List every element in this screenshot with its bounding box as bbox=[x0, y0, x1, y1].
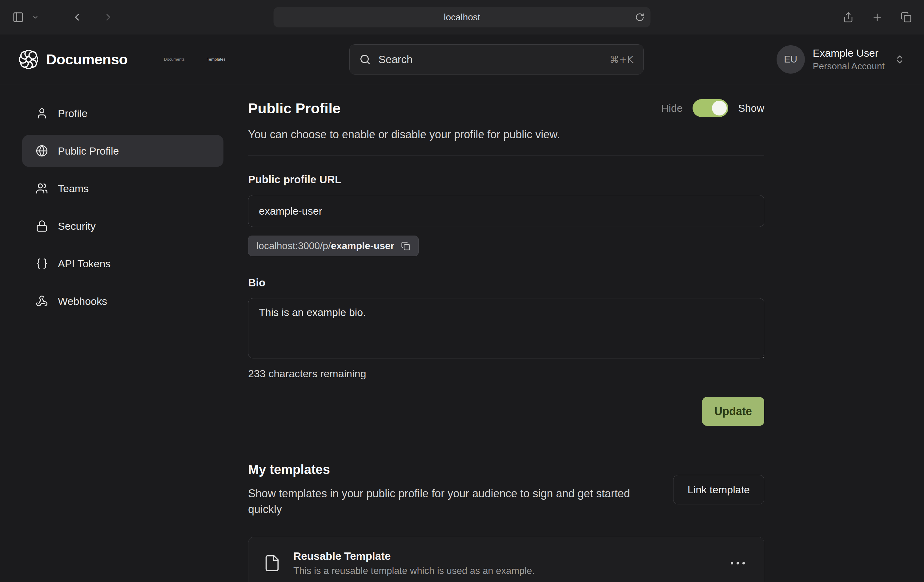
nav-templates[interactable]: Templates bbox=[207, 57, 226, 61]
browser-back-button[interactable] bbox=[69, 10, 84, 25]
divider bbox=[248, 155, 764, 155]
sidebar-item-label: Teams bbox=[58, 183, 89, 195]
sidebar-item-webhooks[interactable]: Webhooks bbox=[22, 285, 223, 317]
templates-header-text: My templates Show templates in your publ… bbox=[248, 462, 654, 517]
sidebar-item-public-profile[interactable]: Public Profile bbox=[22, 135, 223, 167]
url-field-label: Public profile URL bbox=[248, 174, 764, 186]
copy-icon bbox=[401, 241, 410, 251]
sidebar-item-label: API Tokens bbox=[58, 258, 111, 270]
ellipsis-icon bbox=[731, 562, 733, 564]
sidebar-item-api-tokens[interactable]: API Tokens bbox=[22, 248, 223, 279]
webhook-icon bbox=[36, 295, 48, 308]
browser-forward-button[interactable] bbox=[101, 10, 116, 25]
page-head: Public Profile Hide Show bbox=[248, 99, 764, 117]
lock-icon bbox=[36, 220, 48, 232]
pill-slug: example-user bbox=[331, 240, 394, 251]
plus-icon bbox=[872, 12, 883, 23]
reload-button[interactable] bbox=[635, 13, 645, 22]
share-icon bbox=[843, 12, 854, 23]
sidebar-item-label: Profile bbox=[58, 107, 87, 119]
tab-overview-button[interactable] bbox=[899, 10, 914, 25]
chevron-down-icon bbox=[32, 14, 39, 21]
copy-url-button[interactable] bbox=[401, 241, 410, 251]
profile-url-input[interactable] bbox=[248, 195, 764, 227]
brand-name: Documenso bbox=[46, 51, 128, 68]
browser-url-bar[interactable]: localhost bbox=[274, 7, 651, 27]
search-icon bbox=[360, 54, 371, 65]
profile-url-pill[interactable]: localhost:3000/p/example-user bbox=[248, 236, 419, 256]
sidebar-item-label: Webhooks bbox=[58, 295, 107, 308]
chevron-left-icon bbox=[71, 12, 82, 23]
sidebar-item-label: Public Profile bbox=[58, 145, 119, 157]
panel-left-icon bbox=[12, 12, 24, 23]
templates-title: My templates bbox=[248, 462, 654, 477]
avatar: EU bbox=[777, 45, 805, 74]
share-button[interactable] bbox=[841, 10, 856, 25]
chevrons-up-down-icon bbox=[894, 54, 905, 64]
update-row: Update bbox=[248, 397, 764, 426]
user-meta: Example User Personal Account bbox=[813, 47, 884, 71]
toggle-show-label: Show bbox=[738, 102, 764, 114]
users-icon bbox=[36, 182, 48, 195]
update-button[interactable]: Update bbox=[702, 397, 764, 426]
templates-description: Show templates in your public profile fo… bbox=[248, 486, 654, 517]
search-shortcut: ⌘+K bbox=[609, 54, 633, 65]
bio-textarea[interactable]: This is an example bio. bbox=[248, 298, 764, 359]
settings-sidebar: Profile Public Profile Teams Security AP… bbox=[0, 84, 248, 582]
page-title: Public Profile bbox=[248, 100, 340, 117]
user-name: Example User bbox=[813, 47, 884, 59]
templates-header: My templates Show templates in your publ… bbox=[248, 462, 764, 517]
template-card-text: Reusable Template This is a reusable tem… bbox=[293, 550, 535, 577]
toggle-knob bbox=[712, 101, 727, 116]
template-title: Reusable Template bbox=[293, 550, 535, 562]
sidebar-item-security[interactable]: Security bbox=[22, 210, 223, 242]
sidebar-menu-button[interactable] bbox=[30, 12, 41, 23]
braces-icon bbox=[36, 258, 48, 270]
documenso-logo-icon bbox=[19, 50, 38, 69]
search-bar[interactable]: ⌘+K bbox=[349, 45, 644, 74]
link-template-button[interactable]: Link template bbox=[673, 475, 764, 504]
file-icon bbox=[263, 554, 281, 572]
brand[interactable]: Documenso bbox=[19, 50, 128, 69]
user-account: Personal Account bbox=[813, 61, 884, 71]
pill-text: localhost:3000/p/example-user bbox=[256, 240, 394, 251]
search-input[interactable] bbox=[379, 53, 602, 66]
nav-documents[interactable]: Documents bbox=[164, 57, 185, 61]
visibility-toggle-row: Hide Show bbox=[661, 99, 764, 117]
top-nav: Documents Templates bbox=[164, 57, 226, 61]
chevron-right-icon bbox=[103, 12, 114, 23]
globe-icon bbox=[36, 145, 48, 157]
reload-icon bbox=[635, 13, 645, 22]
bio-field-label: Bio bbox=[248, 276, 764, 289]
user-menu[interactable]: EU Example User Personal Account bbox=[777, 45, 905, 74]
app-header: Documenso Documents Templates ⌘+K EU Exa… bbox=[0, 35, 924, 84]
app-body: Profile Public Profile Teams Security AP… bbox=[0, 84, 924, 582]
browser-nav-controls bbox=[10, 10, 116, 25]
sidebar-item-label: Security bbox=[58, 220, 96, 232]
characters-remaining: 233 characters remaining bbox=[248, 368, 764, 380]
browser-url-text: localhost bbox=[444, 12, 480, 23]
browser-toolbar-right bbox=[841, 10, 914, 25]
sidebar-toggle-button[interactable] bbox=[10, 10, 26, 25]
user-icon bbox=[36, 107, 48, 119]
template-card[interactable]: Reusable Template This is a reusable tem… bbox=[248, 537, 764, 582]
new-tab-button[interactable] bbox=[870, 10, 884, 25]
template-description: This is a reusable template which is use… bbox=[293, 565, 535, 577]
pill-prefix: localhost:3000/p/ bbox=[256, 240, 331, 251]
tabs-icon bbox=[901, 12, 912, 23]
sidebar-item-profile[interactable]: Profile bbox=[22, 97, 223, 129]
sidebar-item-teams[interactable]: Teams bbox=[22, 172, 223, 205]
page-description: You can choose to enable or disable your… bbox=[248, 128, 764, 141]
more-options-button[interactable] bbox=[726, 558, 749, 569]
profile-visibility-toggle[interactable] bbox=[693, 99, 728, 117]
main-content: Public Profile Hide Show You can choose … bbox=[248, 84, 764, 582]
toggle-hide-label: Hide bbox=[661, 102, 683, 114]
browser-chrome: localhost bbox=[0, 0, 924, 35]
